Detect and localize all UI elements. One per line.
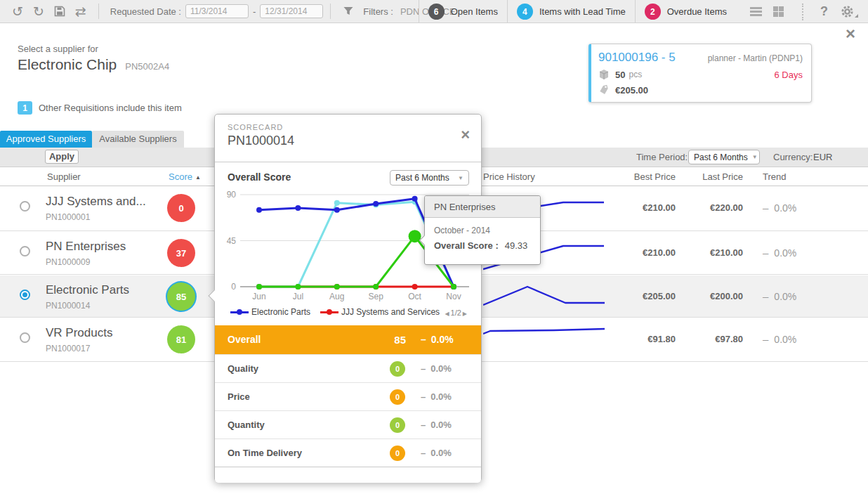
date-separator: -: [253, 6, 256, 17]
chart-tooltip: PN Enterprises October - 2014 Overall Sc…: [424, 195, 541, 265]
page-subtitle: Select a supplier for: [18, 44, 98, 54]
supplier-code: PN1000017: [46, 344, 112, 353]
planner-label: planner - Martin (PDNP1): [708, 53, 803, 63]
kpi-row-on-time-delivery[interactable]: On Time Delivery 0 –0.0%: [215, 438, 481, 467]
divider: [215, 162, 481, 162]
undo-icon[interactable]: ↺: [12, 5, 23, 18]
kpi-trend: –0.0%: [421, 391, 452, 402]
dotted-divider: [802, 4, 803, 20]
filters-label: Filters :: [363, 6, 393, 17]
close-icon[interactable]: ×: [461, 127, 470, 143]
requested-date-label: Requested Date :: [110, 6, 181, 17]
open-items-filter[interactable]: 6 Open Items: [419, 0, 507, 23]
open-items-count-badge: 6: [428, 4, 445, 20]
score-badge[interactable]: 37: [167, 239, 195, 267]
currency-label: Currency:: [773, 148, 813, 167]
lead-time-label: Items with Lead Time: [539, 6, 626, 17]
date-to-input[interactable]: [260, 4, 323, 18]
svg-text:0: 0: [231, 282, 236, 292]
scorecard-label: SCORECARD: [228, 123, 283, 131]
pager-next-icon[interactable]: ▶: [463, 311, 467, 317]
overdue-items-filter[interactable]: 2 Overdue Items: [635, 0, 736, 23]
kpi-row-price[interactable]: Price 0 –0.0%: [215, 382, 481, 410]
supplier-name: JJJ Systems and...: [46, 195, 146, 209]
overdue-label: Overdue Items: [667, 6, 727, 17]
score-badge[interactable]: 85: [167, 282, 195, 311]
supplier-code: PN1000001: [46, 212, 146, 222]
note-text: Other Requisitions include this item: [39, 103, 182, 113]
svg-text:Jul: Jul: [293, 292, 303, 301]
time-period-select[interactable]: Past 6 Months ▼: [688, 150, 760, 164]
grid-view-icon[interactable]: [773, 6, 784, 17]
date-from-input[interactable]: [185, 4, 249, 18]
kpi-trend: –0.0%: [421, 420, 452, 430]
legend-item[interactable]: JJJ Systems and Services: [320, 307, 440, 317]
page-title: Electronic ChipPN5002A4: [18, 56, 169, 73]
overall-score-section-title: Overall Score: [228, 171, 291, 183]
transfer-icon[interactable]: ⇄: [75, 5, 86, 18]
last-price-value: €97.80: [670, 334, 743, 344]
kpi-score-badge: 0: [390, 389, 405, 405]
settings-gear-icon[interactable]: [841, 5, 858, 18]
requisition-id-link[interactable]: 901000196 - 5: [598, 51, 676, 65]
score-badge[interactable]: 0: [167, 194, 195, 222]
trend-value: –0.0%: [763, 290, 796, 302]
best-price-value: €205.00: [603, 291, 676, 301]
svg-text:45: 45: [227, 236, 237, 246]
trend-value: –0.0%: [763, 247, 796, 259]
kpi-row-overall[interactable]: Overall 85 –0.0%: [215, 325, 481, 354]
scorecard-period-select[interactable]: Past 6 Months ▼: [390, 170, 469, 186]
legend-line-marker: [320, 308, 338, 316]
supplier-code: PN1000009: [46, 257, 126, 267]
scorecard-popup: SCORECARD PN1000014 × Overall Score Past…: [214, 114, 482, 482]
kpi-row-quality[interactable]: Quality 0 –0.0%: [215, 354, 481, 382]
svg-text:90: 90: [227, 190, 237, 200]
radio-button[interactable]: [20, 246, 30, 256]
radio-button[interactable]: [20, 201, 30, 212]
chart-legend: Electronic Parts JJJ Systems and Service…: [230, 307, 449, 317]
package-icon: [598, 69, 610, 80]
filter-icon[interactable]: [343, 6, 354, 17]
time-period-label: Time Period:: [636, 148, 688, 167]
supplier-tabs: Approved Suppliers Available Suppliers: [0, 131, 184, 148]
best-price-value: €91.80: [603, 334, 676, 344]
popup-footer: [215, 467, 481, 483]
score-column-header[interactable]: Score: [169, 167, 192, 186]
scorecard-title: PN1000014: [228, 134, 294, 148]
radio-button[interactable]: [20, 290, 30, 300]
price-value: €205.00: [615, 85, 648, 96]
save-icon[interactable]: [54, 6, 65, 17]
note-count-badge: 1: [18, 101, 32, 115]
overdue-count-badge: 2: [645, 4, 661, 20]
page-close-icon[interactable]: ×: [846, 25, 855, 42]
price-history-column-header: Price History: [483, 167, 535, 186]
supplier-name: Electronic Parts: [46, 283, 129, 297]
pager-prev-icon[interactable]: ◀: [445, 311, 449, 317]
other-requisitions-note[interactable]: 1 Other Requisitions include this item: [18, 101, 182, 115]
tab-available-suppliers[interactable]: Available Suppliers: [92, 131, 184, 148]
toolbar-divider: [330, 4, 331, 19]
sort-ascending-icon[interactable]: ▲: [195, 168, 201, 187]
open-items-label: Open Items: [451, 6, 498, 17]
apply-button[interactable]: Apply: [45, 150, 79, 164]
help-icon[interactable]: ?: [820, 4, 828, 19]
radio-button[interactable]: [20, 332, 30, 343]
legend-item[interactable]: Electronic Parts: [230, 307, 310, 317]
last-price-column-header: Last Price: [670, 167, 743, 186]
kpi-score-badge: 0: [390, 417, 405, 433]
list-view-icon[interactable]: [750, 7, 762, 9]
redo-icon[interactable]: ↻: [33, 5, 44, 18]
kpi-trend: –0.0%: [421, 448, 452, 458]
lead-time-items-filter[interactable]: 4 Items with Lead Time: [507, 0, 635, 23]
tab-approved-suppliers[interactable]: Approved Suppliers: [0, 131, 92, 148]
quantity-value: 50: [615, 70, 625, 80]
price-history-sparkline: [483, 278, 611, 317]
lead-time-count-badge: 4: [517, 4, 533, 20]
score-badge[interactable]: 81: [167, 325, 195, 353]
kpi-row-quantity[interactable]: Quantity 0 –0.0%: [215, 410, 481, 438]
svg-text:Sep: Sep: [369, 292, 384, 301]
svg-text:Aug: Aug: [329, 292, 344, 301]
chevron-down-icon: ▼: [752, 154, 758, 160]
kpi-trend: –0.0%: [421, 363, 452, 374]
kpi-score-badge: 0: [390, 361, 405, 377]
